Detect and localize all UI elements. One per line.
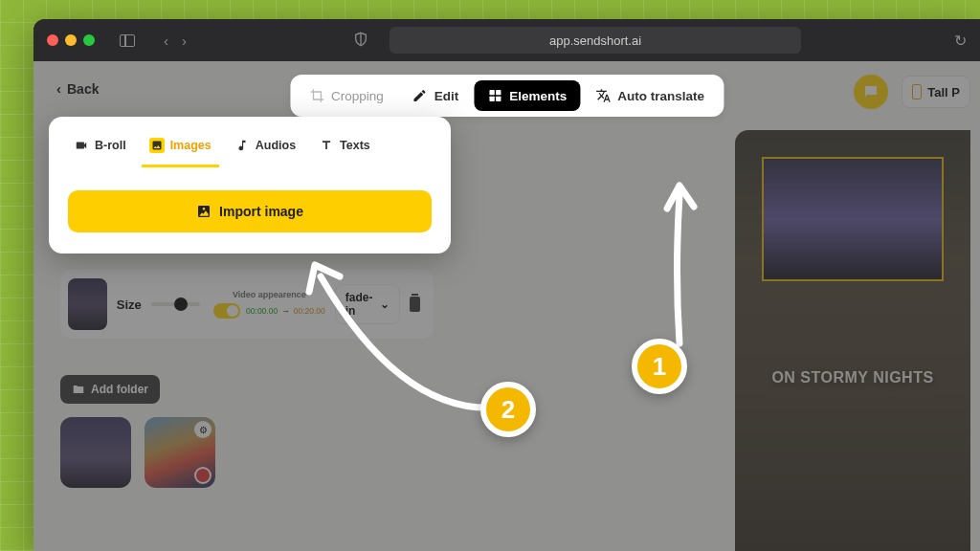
minimize-window-button[interactable]: [65, 34, 77, 46]
tab-broll-label: B-roll: [95, 139, 126, 152]
text-icon: [319, 138, 334, 153]
elements-panel: B-roll Images Audios: [49, 117, 451, 253]
step-2-number: 2: [501, 395, 515, 425]
maximize-window-button[interactable]: [83, 34, 95, 46]
edit-tab[interactable]: Edit: [399, 80, 473, 111]
elements-label: Elements: [509, 89, 567, 103]
svg-rect-3: [496, 97, 501, 101]
url-bar[interactable]: app.sendshort.ai: [390, 27, 801, 54]
nav-forward-button[interactable]: ›: [176, 33, 192, 49]
privacy-shield-icon[interactable]: [353, 32, 368, 50]
tab-broll[interactable]: B-roll: [66, 128, 134, 167]
app-body: ‹ Back Tall P Size Video appearence: [33, 61, 980, 551]
tab-texts[interactable]: Texts: [311, 128, 378, 167]
import-image-button[interactable]: Import image: [68, 190, 432, 232]
titlebar: ‹ › app.sendshort.ai ↻: [33, 19, 980, 61]
reload-button[interactable]: ↻: [954, 32, 967, 50]
elements-tab[interactable]: Elements: [474, 80, 580, 111]
auto-translate-label: Auto translate: [617, 89, 704, 103]
auto-translate-tab[interactable]: Auto translate: [582, 80, 718, 111]
cropping-label: Cropping: [331, 89, 384, 103]
elements-tabs: B-roll Images Audios: [49, 124, 451, 167]
step-1-number: 1: [653, 352, 666, 382]
import-image-label: Import image: [219, 204, 303, 219]
tab-texts-label: Texts: [340, 139, 370, 152]
tab-audios-label: Audios: [256, 139, 296, 152]
image-icon: [149, 138, 165, 153]
url-text: app.sendshort.ai: [549, 33, 641, 48]
svg-rect-0: [489, 90, 494, 95]
edit-label: Edit: [434, 89, 459, 103]
close-window-button[interactable]: [47, 34, 58, 46]
cropping-tab[interactable]: Cropping: [296, 80, 397, 111]
svg-rect-1: [496, 90, 501, 95]
video-camera-icon: [74, 138, 89, 153]
tutorial-step-badge-1: 1: [632, 339, 687, 394]
tab-images[interactable]: Images: [142, 128, 219, 167]
tab-audios[interactable]: Audios: [227, 128, 303, 167]
music-note-icon: [234, 138, 250, 153]
tutorial-step-badge-2: 2: [480, 382, 536, 437]
nav-back-button[interactable]: ‹: [158, 33, 174, 49]
sidebar-toggle-icon[interactable]: [120, 34, 135, 47]
svg-rect-2: [489, 97, 494, 101]
tab-images-label: Images: [170, 139, 212, 152]
main-toolbar: Cropping Edit Elements Auto translate: [290, 75, 724, 117]
traffic-lights: [47, 34, 95, 46]
browser-window: ‹ › app.sendshort.ai ↻ ‹ Back Tall P: [33, 19, 980, 551]
